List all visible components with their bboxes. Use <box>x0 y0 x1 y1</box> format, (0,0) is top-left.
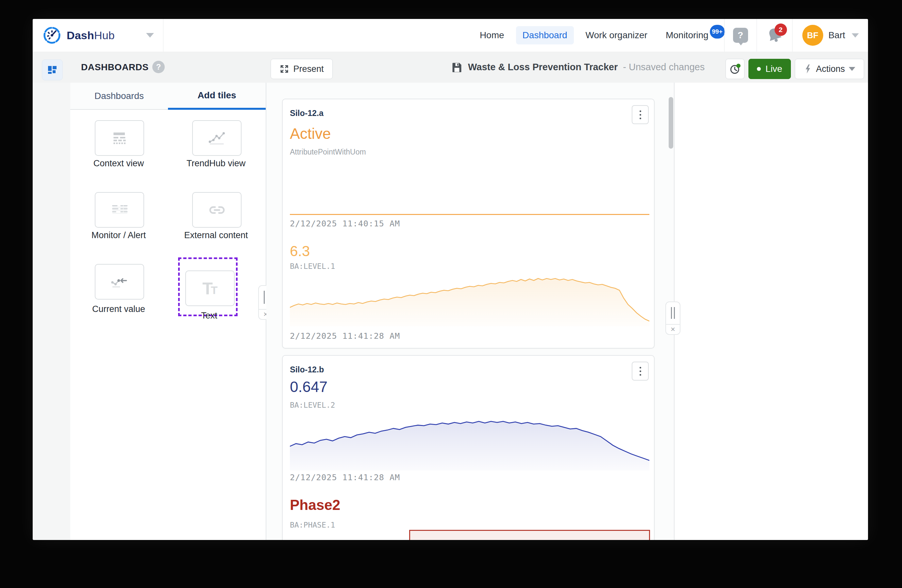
dashboards-help-icon[interactable]: ? <box>152 61 165 73</box>
flat-sparkline <box>290 214 649 215</box>
add-tiles-sidebar: Dashboards Add tiles Context view TrendH… <box>70 83 266 540</box>
user-name: Bart <box>828 30 845 41</box>
live-button[interactable]: Live <box>749 59 791 79</box>
time-range-button[interactable] <box>725 59 744 79</box>
help-icon[interactable]: ? <box>733 28 748 43</box>
help-cell: ? <box>724 19 756 52</box>
sidebar-panel-title: DASHBOARDS <box>81 62 149 72</box>
dashboard-canvas: Silo-12.a Active AttributePointWithUom 2… <box>266 83 674 540</box>
notifications-count-badge: 2 <box>775 23 787 36</box>
drag-grip-icon[interactable] <box>666 302 680 325</box>
avatar: BF <box>802 25 823 46</box>
tile-title: Silo-12.a <box>290 108 324 118</box>
actions-chevron-down-icon <box>849 67 855 71</box>
value-attribute-label: BA:LEVEL.1 <box>290 262 335 271</box>
nav-item-home[interactable]: Home <box>473 26 511 44</box>
phase-value: Phase2 <box>290 497 340 513</box>
current-value: 6.3 <box>290 243 310 260</box>
phase-alert-region <box>409 530 650 540</box>
dashboards-rail-button[interactable] <box>42 59 63 80</box>
timestamp: 2/12/2025 11:40:15 AM <box>290 219 400 228</box>
live-dot-icon <box>757 67 761 71</box>
tile-option-label: Current value <box>76 304 161 314</box>
tile-menu-button[interactable] <box>632 361 649 380</box>
status-attribute-label: AttributePointWithUom <box>290 148 366 156</box>
clock-icon <box>729 63 741 75</box>
nav-item-monitoring[interactable]: Monitoring 99+ <box>659 26 715 44</box>
collapse-config-button[interactable]: × <box>666 325 680 334</box>
nav-divider <box>163 19 163 52</box>
vertical-scrollbar[interactable] <box>669 97 673 149</box>
context-view-icon <box>111 130 128 146</box>
tile-option-label: Monitor / Alert <box>76 230 161 241</box>
value-attribute-label: BA:LEVEL.2 <box>290 401 335 409</box>
level2-sparkline-chart <box>290 413 649 471</box>
timestamp: 2/12/2025 11:41:28 AM <box>290 473 400 482</box>
current-value: 0.647 <box>290 378 327 396</box>
user-chevron-down-icon <box>852 33 859 38</box>
config-region: Configuration Title Optional TEXT CONTEN… <box>675 83 868 540</box>
dashboard-grid-icon <box>46 63 59 77</box>
app-window: DashHub Home Dashboard Work organizer Mo… <box>33 19 868 540</box>
document-status: - Unsaved changes <box>623 62 705 72</box>
nav-menu: Home Dashboard Work organizer Monitoring… <box>471 19 868 52</box>
sidebar-tabs: Dashboards Add tiles <box>70 83 266 110</box>
phase-attribute-label: BA:PHASE.1 <box>290 521 335 529</box>
actions-button[interactable]: Actions <box>795 59 864 79</box>
tab-dashboards[interactable]: Dashboards <box>70 83 168 109</box>
current-value-icon <box>110 274 129 289</box>
brand-name: DashHub <box>67 29 115 42</box>
document-title: Waste & Loss Prevention Tracker <box>468 62 618 72</box>
notifications-cell: 2 <box>756 19 792 52</box>
dashboard-tile-silo-12b[interactable]: Silo-12.b 0.647 BA:LEVEL.2 2/12/2025 11:… <box>282 355 655 540</box>
document-title-group: Waste & Loss Prevention Tracker - Unsave… <box>451 52 705 83</box>
toolbar: DASHBOARDS ? Present Waste & Loss Preven… <box>33 52 868 83</box>
timestamp: 2/12/2025 11:41:28 AM <box>290 331 400 341</box>
tile-option-text[interactable]: T T <box>185 271 235 306</box>
tile-option-monitor-alert[interactable] <box>95 192 144 228</box>
nav-item-dashboard[interactable]: Dashboard <box>516 26 574 44</box>
text-tile-icon: T T <box>202 280 218 297</box>
tile-option-label: Context view <box>76 158 161 169</box>
status-value: Active <box>290 125 331 142</box>
toolbar-actions: Live Actions <box>725 59 864 79</box>
icon-rail <box>33 83 70 540</box>
brand-chevron-down-icon[interactable] <box>146 33 154 38</box>
tile-title: Silo-12.b <box>290 365 324 374</box>
expand-icon <box>279 64 289 74</box>
tile-option-context-view[interactable] <box>95 120 144 156</box>
tile-option-external-content[interactable] <box>192 192 241 228</box>
tile-option-trendhub-view[interactable] <box>192 120 241 156</box>
notifications-button[interactable]: 2 <box>766 26 784 44</box>
config-splitter-handle[interactable]: × <box>666 302 680 335</box>
tile-menu-button[interactable] <box>632 105 649 124</box>
dashboard-tile-silo-12a[interactable]: Silo-12.a Active AttributePointWithUom 2… <box>282 99 655 349</box>
nav-item-work-organizer[interactable]: Work organizer <box>579 26 654 44</box>
trend-chart-icon <box>207 130 227 146</box>
monitor-alert-icon <box>110 203 129 217</box>
tile-option-label: External content <box>174 230 258 241</box>
level1-sparkline-chart <box>290 274 649 326</box>
link-icon <box>208 203 226 217</box>
monitoring-count-badge: 99+ <box>710 25 725 39</box>
tab-add-tiles[interactable]: Add tiles <box>168 83 266 110</box>
lightning-icon <box>803 64 812 74</box>
brand-logo[interactable]: DashHub <box>33 26 115 45</box>
user-menu[interactable]: BF Bart <box>792 19 868 52</box>
save-icon[interactable] <box>451 61 463 73</box>
top-nav: DashHub Home Dashboard Work organizer Mo… <box>33 19 868 52</box>
tile-option-label: Text <box>167 311 252 321</box>
tile-option-current-value[interactable] <box>95 264 144 300</box>
present-button[interactable]: Present <box>271 59 333 79</box>
screenshot-stage: DashHub Home Dashboard Work organizer Mo… <box>0 0 902 588</box>
gauge-logo-icon <box>42 26 61 45</box>
tile-option-label: TrendHub view <box>174 158 258 169</box>
